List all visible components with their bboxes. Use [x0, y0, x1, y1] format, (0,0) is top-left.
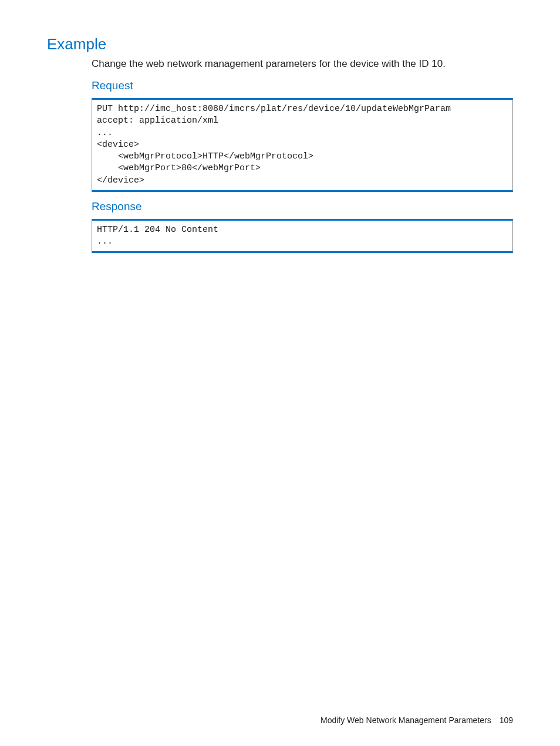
footer-page-number: 109 [500, 715, 513, 725]
page-container: Example Change the web network managemen… [0, 0, 560, 746]
heading-response: Response [92, 200, 513, 213]
heading-request: Request [92, 79, 513, 92]
footer-title: Modify Web Network Management Parameters [321, 715, 491, 725]
intro-text: Change the web network management parame… [92, 58, 513, 70]
code-request: PUT http://imc_host:8080/imcrs/plat/res/… [92, 98, 513, 192]
code-response: HTTP/1.1 204 No Content ... [92, 219, 513, 254]
heading-example: Example [47, 35, 513, 53]
page-footer: Modify Web Network Management Parameters… [321, 715, 513, 725]
